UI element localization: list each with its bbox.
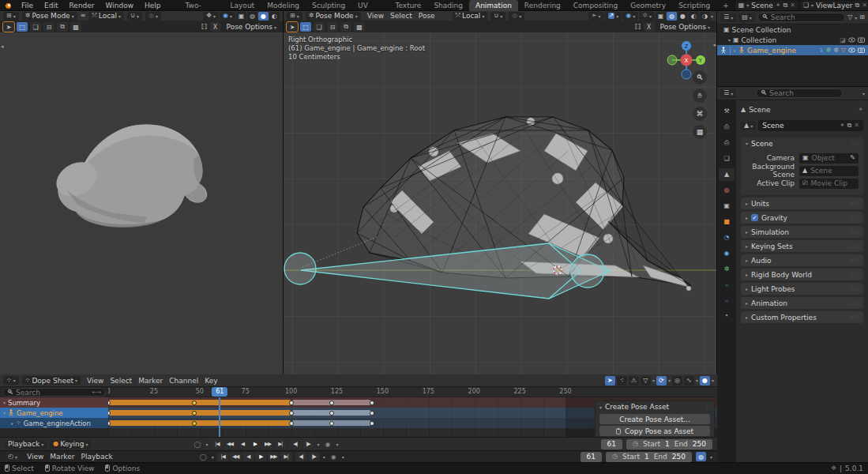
options-dropdown-icon[interactable]: ▾ <box>862 91 865 96</box>
prev-keyframe-button[interactable]: ◀◀ <box>230 452 242 461</box>
mode-dropdown[interactable]: ✲Pose Mode▾ <box>306 12 361 21</box>
tab-view-layer[interactable]: ❏ <box>719 152 735 165</box>
workspace-tab-animation[interactable]: Animation <box>469 0 518 11</box>
zoom-icon[interactable]: 🔍︎ <box>693 70 707 85</box>
jump-to-start-button[interactable]: |◀ <box>211 439 223 449</box>
outliner-filter-dropdown[interactable]: ▤▾ <box>738 13 755 22</box>
mode-dropdown[interactable]: ✲Pose Mode▾ <box>22 12 77 21</box>
expand-icon[interactable]: ▸ <box>734 47 736 53</box>
panel-audio[interactable]: ▸Audio∷∷ <box>741 254 863 266</box>
tab-output[interactable]: ⎙ <box>719 137 735 149</box>
panel-light-probes[interactable]: ▸Light Probes∷∷ <box>741 283 863 295</box>
editor-type-dropdown[interactable]: ⁘▾ <box>3 376 19 385</box>
create-pose-asset-header[interactable]: ▾Create Pose Asset ∷ <box>596 401 714 412</box>
orientation-dropdown[interactable]: ⤱Local▾ <box>88 12 124 21</box>
workspace-tab-geometry-nodes[interactable]: Geometry Nodes <box>624 0 672 11</box>
dopesheet-menu-key[interactable]: Key <box>201 377 220 385</box>
expand-icon[interactable]: ▾ <box>3 400 6 405</box>
gizmos-dropdown[interactable]: ↗▾ <box>605 12 622 21</box>
tab-bone[interactable]: ⌔ <box>719 279 735 292</box>
dopesheet-menu-view[interactable]: View <box>84 377 107 385</box>
workspace-tab-two-screen-modeling[interactable]: Two-screen Modeling <box>179 0 224 11</box>
property-field-camera[interactable]: ▣Object✎ <box>799 153 859 164</box>
select-box-button[interactable]: ⬚ <box>17 22 28 32</box>
tab-physics[interactable]: ◔ <box>719 231 735 244</box>
pose-blend-icon[interactable]: ⟦⟧ <box>635 24 641 30</box>
proportional-dropdown[interactable]: ◎▾ <box>509 12 524 21</box>
auto-keying-button[interactable]: ◯ <box>192 439 202 449</box>
dope-sheet-body[interactable]: 0255075100125150175200225250 61 🔍︎ Searc… <box>0 387 717 437</box>
auto-keying-button[interactable]: ◯ <box>198 452 209 461</box>
workspace-tab-shading[interactable]: Shading <box>427 0 469 11</box>
record-button[interactable]: ◉ <box>329 452 339 461</box>
viewport-left[interactable]: ⊞▾ ✲Pose Mode▾ ≡ ⤱Local▾ ∪▾ ◎▾ ✥▾ ◉▾ ▣ ◍… <box>0 11 284 374</box>
orientation-dropdown[interactable]: ⤱Local▾ <box>453 12 488 21</box>
scene-selector[interactable]: ▦▾ Scene ✦ ⧉ ✕ <box>735 1 798 10</box>
shading-wireframe-button[interactable]: ◍ <box>247 12 257 21</box>
jump-to-end-button[interactable]: ▶| <box>280 452 292 461</box>
select-box-button[interactable]: ⬚ <box>300 22 311 32</box>
hide-eye-icon[interactable] <box>848 47 855 53</box>
select-intersect-button[interactable]: ▩ <box>354 22 365 32</box>
workspace-tab-texture-paint[interactable]: Texture Paint <box>389 0 427 11</box>
keyframe[interactable] <box>370 421 374 426</box>
keyframe[interactable] <box>329 421 334 426</box>
render-camera-icon[interactable] <box>858 37 865 43</box>
select-subtract-button[interactable]: ⊟ <box>43 22 54 32</box>
topbar-menu-help[interactable]: Help <box>139 2 167 9</box>
channel-game_engine[interactable]: ▾Game_engine <box>0 408 108 418</box>
keyframe[interactable] <box>192 411 197 416</box>
filter-funnel-icon[interactable]: ▽ <box>641 376 651 386</box>
record-button[interactable]: ◉ <box>322 439 333 449</box>
channel-game_engineaction[interactable]: ▸⁘Game_engineAction <box>0 418 108 428</box>
channel-summary[interactable]: ▾Summary <box>0 397 108 408</box>
pin-icon[interactable]: ✦ <box>840 122 845 129</box>
keyframe[interactable] <box>289 401 294 405</box>
expand-icon[interactable]: ▸ <box>11 420 13 426</box>
timeline-menu-playback[interactable]: Playback <box>77 453 115 461</box>
viewport-right-canvas[interactable]: Right Orthographic (61) Game_engine | Ga… <box>284 32 716 374</box>
viewport-menu-pose[interactable]: Pose <box>415 12 438 20</box>
panel-rigid-body-world[interactable]: ▸Rigid Body World∷∷ <box>741 269 863 280</box>
panel-animation[interactable]: ▸Animation∷∷ <box>741 297 863 309</box>
library-link-icon[interactable]: ↴ <box>818 47 824 54</box>
topbar-menu-window[interactable]: Window <box>100 2 140 9</box>
filter-funnel-icon[interactable]: ▽ <box>847 14 852 21</box>
outliner-row-collection[interactable]: ▾ ▣ Collection ◪ <box>717 35 868 45</box>
property-field-background-scene[interactable]: ▲Scene <box>799 166 859 176</box>
proportional-dropdown[interactable]: ◎▾ <box>145 12 161 21</box>
keyframe[interactable] <box>289 421 294 426</box>
select-subtract-button[interactable]: ⊟ <box>327 22 338 32</box>
ortho-grid-icon[interactable]: ▦ <box>693 125 707 139</box>
only-selected-cursor-icon[interactable]: ➤ <box>605 376 615 386</box>
tweak-tool-button[interactable]: ➤ <box>3 22 14 32</box>
timeline-menu-marker[interactable]: Marker <box>47 453 77 461</box>
play-forward-button[interactable]: ▶ <box>249 439 261 449</box>
tab-constraints[interactable]: ◉ <box>719 247 735 260</box>
show-hidden-icon[interactable]: ⁖ <box>617 376 627 386</box>
workspace-tab-modeling[interactable]: Modeling <box>261 0 306 11</box>
viewlayer-selector[interactable]: ❏▾ ViewLayer ⧉ ✕ <box>800 1 868 10</box>
xray-armature-dropdown[interactable]: ✲▾ <box>639 12 655 21</box>
shading-solid-button[interactable]: ● <box>258 12 269 21</box>
scene-name-field[interactable]: Scene ✦ ⧉ ✕ <box>758 120 863 131</box>
browse-scene-dropdown[interactable]: ▲▾ <box>741 122 756 130</box>
auto-refresh-icon[interactable]: ⟳ <box>656 376 667 386</box>
jump-to-end-button[interactable]: ▶| <box>274 439 286 449</box>
next-keyframe-button[interactable]: ▶▶ <box>261 439 273 449</box>
play-reverse-button[interactable]: ◀ <box>236 439 248 449</box>
tab-armature-data[interactable]: ✲ <box>719 263 735 276</box>
play-forward-button[interactable]: ▶ <box>255 452 267 461</box>
unlink-icon[interactable]: ✕ <box>854 122 859 129</box>
overlays-dropdown[interactable]: ◉▾ <box>220 12 235 21</box>
timeline-menu-view[interactable]: View <box>24 453 47 461</box>
shading-solid-button[interactable]: ● <box>678 12 688 21</box>
keyframe[interactable] <box>329 401 334 405</box>
workspace-tab-sculpting[interactable]: Sculpting <box>306 0 351 11</box>
properties-search[interactable]: 🔍︎ Search <box>756 88 843 98</box>
new-scene-icon[interactable]: ⧉ <box>783 2 787 9</box>
panel-gravity[interactable]: ▸✓Gravity∷∷ <box>741 212 863 224</box>
keyframe[interactable] <box>370 411 374 416</box>
mirror-x-button[interactable]: X <box>210 22 221 32</box>
frame-forward-button[interactable]: |▶ <box>302 439 314 449</box>
